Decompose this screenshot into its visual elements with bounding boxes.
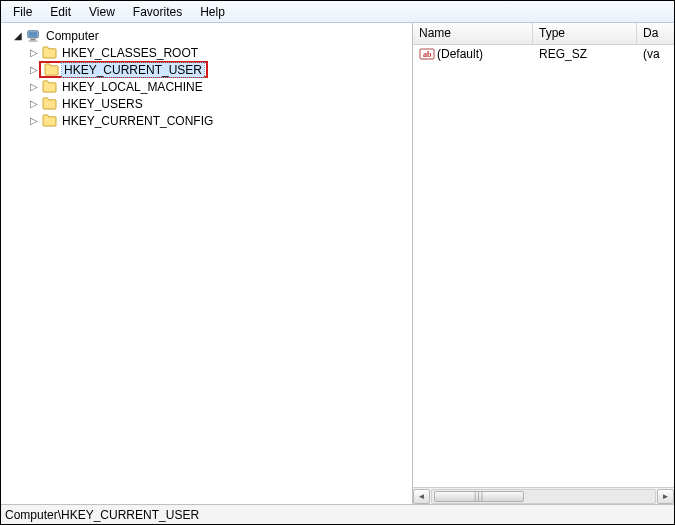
tree-root[interactable]: ◢ Computer (1, 27, 412, 44)
menu-bar: File Edit View Favorites Help (1, 1, 674, 23)
list-pane: Name Type Da ab (Default) REG_SZ (va ◄ |… (413, 23, 674, 504)
main-area: ◢ Computer ▷ HKEY_CLASSES_ROOT ▷ HKEY_CU (1, 23, 674, 504)
column-header-type[interactable]: Type (533, 23, 637, 44)
tree-root-label: Computer (44, 29, 101, 43)
folder-icon (43, 62, 59, 78)
expander-icon[interactable]: ▷ (27, 115, 41, 126)
folder-icon (41, 113, 57, 129)
menu-favorites[interactable]: Favorites (125, 3, 190, 21)
list-cell-data: (va (637, 47, 674, 61)
column-header-name[interactable]: Name (413, 23, 533, 44)
list-cell-name: (Default) (437, 47, 483, 61)
menu-file[interactable]: File (5, 3, 40, 21)
menu-help[interactable]: Help (192, 3, 233, 21)
tree-item-label: HKEY_CLASSES_ROOT (60, 46, 200, 60)
tree-item-hkey-classes-root[interactable]: ▷ HKEY_CLASSES_ROOT (1, 44, 412, 61)
expander-icon[interactable]: ▷ (27, 98, 41, 109)
horizontal-scrollbar[interactable]: ◄ ||| ► (413, 487, 674, 504)
expander-icon[interactable]: ▷ (27, 47, 41, 58)
annotation-highlight: HKEY_CURRENT_USER (39, 61, 208, 78)
computer-icon (25, 28, 41, 44)
list-cell-type: REG_SZ (533, 47, 637, 61)
list-body[interactable]: ab (Default) REG_SZ (va (413, 45, 674, 487)
string-value-icon: ab (419, 46, 435, 62)
tree-item-hkey-users[interactable]: ▷ HKEY_USERS (1, 95, 412, 112)
menu-view[interactable]: View (81, 3, 123, 21)
scroll-right-arrow-icon[interactable]: ► (657, 489, 674, 504)
scroll-thumb[interactable]: ||| (434, 491, 524, 502)
expander-open-icon[interactable]: ◢ (11, 30, 25, 41)
status-path: Computer\HKEY_CURRENT_USER (5, 508, 199, 522)
folder-icon (41, 79, 57, 95)
svg-rect-2 (30, 38, 35, 40)
column-header-data[interactable]: Da (637, 23, 674, 44)
tree-item-label: HKEY_USERS (60, 97, 145, 111)
scroll-left-arrow-icon[interactable]: ◄ (413, 489, 430, 504)
expander-icon[interactable]: ▷ (27, 81, 41, 92)
folder-icon (41, 45, 57, 61)
svg-rect-3 (29, 40, 38, 41)
tree-pane[interactable]: ◢ Computer ▷ HKEY_CLASSES_ROOT ▷ HKEY_CU (1, 23, 413, 504)
tree-item-label: HKEY_LOCAL_MACHINE (60, 80, 205, 94)
tree-item-label: HKEY_CURRENT_CONFIG (60, 114, 215, 128)
tree-item-label: HKEY_CURRENT_USER (62, 63, 204, 77)
folder-icon (41, 96, 57, 112)
tree-item-hkey-current-config[interactable]: ▷ HKEY_CURRENT_CONFIG (1, 112, 412, 129)
scroll-track[interactable]: ||| (431, 489, 656, 504)
menu-edit[interactable]: Edit (42, 3, 79, 21)
status-bar: Computer\HKEY_CURRENT_USER (1, 504, 674, 524)
tree-item-hkey-local-machine[interactable]: ▷ HKEY_LOCAL_MACHINE (1, 78, 412, 95)
svg-text:ab: ab (423, 50, 432, 59)
list-row[interactable]: ab (Default) REG_SZ (va (413, 45, 674, 63)
svg-rect-1 (29, 31, 38, 36)
list-header[interactable]: Name Type Da (413, 23, 674, 45)
tree-item-hkey-current-user[interactable]: ▷ HKEY_CURRENT_USER (1, 61, 412, 78)
